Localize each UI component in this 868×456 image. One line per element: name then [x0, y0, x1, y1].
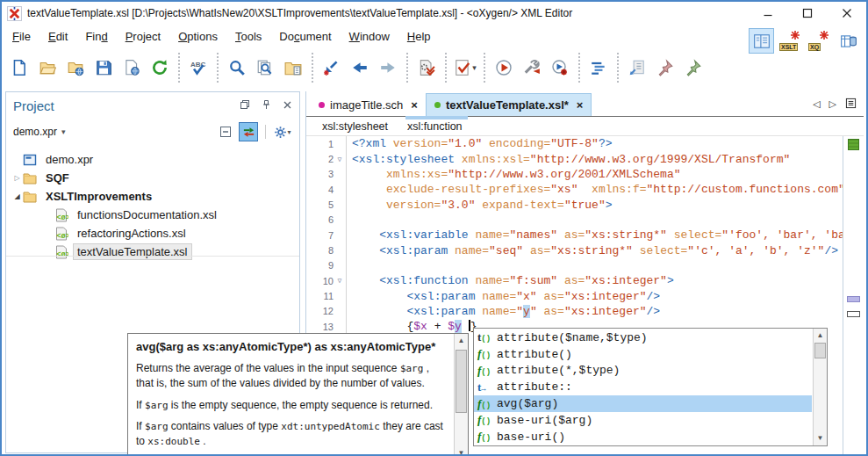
scroll-up-icon[interactable]: ▲ — [455, 335, 468, 347]
menu-bar: FileEditFindProjectOptionsToolsDocumentW… — [2, 25, 752, 47]
tree-item-textvaluetemplate-xsl[interactable]: <ø>textValueTemplate.xsl — [6, 242, 299, 261]
code-line[interactable]: 5 version="3.0" expand-text="true"> — [306, 197, 843, 212]
refactoring-button[interactable] — [625, 55, 649, 80]
code-line[interactable]: 1<?xml version="1.0" encoding="UTF-8"?> — [306, 136, 843, 151]
new-button[interactable] — [7, 55, 32, 80]
format-indent-button[interactable] — [586, 55, 611, 80]
menu-item-file[interactable]: File — [4, 26, 39, 47]
refresh-button[interactable] — [147, 55, 172, 80]
save-button[interactable] — [91, 55, 116, 80]
completion-item-attribute[interactable]: f()attribute() — [474, 346, 812, 363]
menu-item-find[interactable]: Find — [76, 26, 116, 47]
link-with-editor-button[interactable] — [239, 122, 258, 141]
expand-arrow-icon[interactable]: ▷ — [11, 174, 23, 182]
tree-item-refactoringactions-xsl[interactable]: <ø>refactoringActions.xsl — [6, 224, 299, 242]
menu-item-document[interactable]: Document — [270, 26, 340, 47]
scroll-up-icon[interactable]: ▲ — [814, 329, 827, 342]
doc-popup-scrollbar[interactable]: ▲ ▼ — [454, 334, 468, 456]
configure-transformation-button[interactable] — [520, 55, 544, 80]
breadcrumb-item-xsl-stylesheet[interactable]: xsl:stylesheet — [322, 120, 388, 133]
code-line[interactable]: 9 — [306, 258, 843, 273]
close-button[interactable] — [827, 2, 866, 25]
project-panel-toolbar: demo.xpr ▾ ▾ — [6, 119, 299, 145]
validate-button[interactable] — [414, 55, 439, 80]
fold-marker-icon[interactable]: ▽ — [334, 156, 346, 163]
completion-item-attribute-type[interactable]: f()attribute(*,$type) — [474, 363, 812, 380]
completion-item-attribute-name-type[interactable]: t()attribute($name,$type) — [474, 329, 812, 346]
forward-button[interactable] — [376, 55, 400, 80]
code-line[interactable]: 11 <xsl:param name="x" as="xs:integer"/> — [306, 288, 843, 303]
float-panel-icon[interactable] — [240, 98, 250, 113]
overview-ruler[interactable] — [843, 136, 864, 454]
tab-close-icon[interactable]: × — [411, 98, 418, 112]
pin-xml-button[interactable] — [653, 55, 678, 80]
scrollbar-thumb[interactable] — [814, 343, 826, 358]
autocomplete-scrollbar[interactable]: ▲ ▼ — [813, 329, 827, 445]
doc-code-span: $arg — [145, 400, 169, 411]
menu-item-window[interactable]: Window — [341, 26, 398, 47]
occurrence-marker[interactable] — [847, 296, 860, 302]
collapse-arrow-icon[interactable]: ◢ — [11, 192, 23, 200]
save-url-button[interactable] — [119, 55, 144, 80]
menu-item-project[interactable]: Project — [117, 26, 169, 47]
completion-item-avg-arg[interactable]: f()avg($arg) — [474, 395, 812, 412]
close-panel-icon[interactable] — [283, 98, 292, 113]
code-line[interactable]: 7 <xsl:variable name="names" as="xs:stri… — [306, 228, 843, 242]
scroll-down-icon[interactable]: ▼ — [814, 432, 827, 445]
completion-item-base-uri-arg[interactable]: f()base-uri($arg) — [474, 412, 812, 429]
cursor-marker[interactable] — [847, 311, 860, 317]
menu-item-options[interactable]: Options — [169, 26, 226, 47]
project-selector[interactable]: demo.xpr ▾ — [13, 126, 66, 138]
collapse-all-button[interactable] — [216, 122, 235, 141]
goto-last-edit-button[interactable] — [319, 55, 344, 80]
code-line[interactable]: 3 xmlns:xs="http://www.w3.org/2001/XMLSc… — [306, 167, 843, 182]
apply-transformation-button[interactable] — [491, 55, 516, 80]
scrollbar-thumb[interactable] — [456, 350, 467, 413]
xquery-debugger-button[interactable]: XQ — [807, 28, 832, 54]
xslt-debugger-button[interactable]: XSLT — [778, 28, 803, 54]
code-line[interactable]: 2▽<xsl:stylesheet xmlns:xsl="http://www.… — [306, 151, 843, 166]
debug-transformation-button[interactable] — [548, 55, 572, 80]
maximize-button[interactable] — [787, 2, 827, 25]
find-in-files-button[interactable] — [253, 55, 277, 80]
settings-gear-button[interactable]: ▾ — [273, 122, 292, 141]
completion-item-attribute[interactable]: t→attribute:: — [474, 379, 812, 395]
minimize-button[interactable] — [748, 2, 787, 25]
code-line[interactable]: 12 <xsl:param name="y" as="xs:integer"/> — [306, 304, 843, 319]
open-url-button[interactable] — [63, 55, 88, 80]
next-tab-icon[interactable]: ▷ — [829, 98, 836, 110]
tab-close-icon[interactable]: × — [577, 98, 584, 112]
database-perspective-button[interactable] — [836, 28, 861, 54]
tab-list-icon[interactable] — [845, 98, 857, 111]
prev-tab-icon[interactable]: ◁ — [813, 98, 820, 110]
code-line[interactable]: 10▽ <xsl:function name="f:sum" as="xs:in… — [306, 273, 843, 288]
code-line[interactable]: 6 — [306, 213, 843, 228]
find-replace-button[interactable] — [225, 55, 249, 80]
completion-item-base-uri[interactable]: f()base-uri() — [474, 429, 812, 445]
pin-xsl-button[interactable] — [681, 55, 706, 80]
well-formed-check-button[interactable]: ▾ — [453, 55, 477, 80]
menu-item-tools[interactable]: Tools — [226, 26, 270, 47]
editor-layout-button[interactable] — [749, 28, 774, 54]
tree-item-xsltimprovements[interactable]: ◢XSLTImprovements — [6, 187, 299, 206]
open-button[interactable] — [35, 55, 60, 80]
tree-item-demo-xpr[interactable]: demo.xpr — [6, 150, 299, 169]
code-line[interactable]: 4 exclude-result-prefixes="xs" xmlns:f="… — [306, 182, 843, 197]
spell-check-button[interactable]: ABC — [186, 55, 211, 80]
pin-panel-icon[interactable] — [262, 98, 271, 113]
code-token: "xs:integer" — [585, 274, 667, 287]
fold-marker-icon[interactable]: ▽ — [334, 277, 346, 285]
code-line[interactable]: 8 <xsl:param name="seq" as="xs:string*" … — [306, 242, 843, 257]
tree-item-functionsdocumentation-xsl[interactable]: <ø>functionsDocumentation.xsl — [6, 206, 299, 224]
perspective-badge-label: XSLT — [779, 43, 798, 51]
tab-imagetitle-sch[interactable]: imageTitle.sch× — [311, 93, 426, 116]
find-resource-button[interactable] — [281, 55, 305, 80]
menu-item-edit[interactable]: Edit — [39, 26, 76, 47]
scroll-down-icon[interactable]: ▼ — [455, 447, 468, 456]
tree-item-sqf[interactable]: ▷SQF — [6, 169, 299, 187]
back-button[interactable] — [348, 55, 372, 80]
menu-item-help[interactable]: Help — [398, 26, 440, 47]
breadcrumb-item-xsl-function[interactable]: xsl:function — [407, 120, 463, 133]
tab-textvaluetemplate-xsl[interactable]: textValueTemplate.xsl*× — [426, 93, 592, 116]
code-token: /> — [647, 305, 661, 318]
